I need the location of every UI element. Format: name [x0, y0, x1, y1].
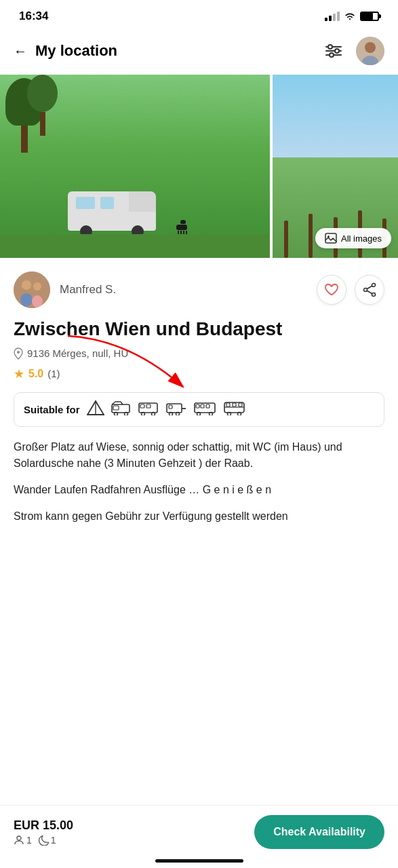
svg-point-4	[335, 49, 339, 53]
tent-icon	[87, 400, 104, 419]
description-3: Strom kann gegen Gebühr zur Verfügung ge…	[14, 508, 384, 525]
svg-point-39	[169, 412, 172, 415]
svg-point-26	[114, 412, 117, 415]
bus-icon	[224, 400, 245, 419]
back-button[interactable]: ←	[14, 43, 27, 59]
rating-row: ★ 5.0 (1)	[14, 366, 384, 381]
guest-count: 1	[14, 835, 32, 846]
listing-content: Manfred S. Zwischen Wien und Budapest	[0, 271, 398, 603]
location-pin-icon	[14, 347, 23, 360]
price-amount: EUR 15.00	[14, 818, 73, 833]
nav-title: My location	[35, 42, 117, 60]
suitable-for-row: Suitable for	[14, 392, 384, 427]
svg-rect-50	[233, 403, 236, 407]
svg-point-15	[32, 295, 43, 307]
svg-point-35	[151, 412, 155, 415]
svg-line-19	[367, 286, 372, 289]
check-availability-button[interactable]: Check Availability	[254, 815, 384, 849]
favorite-button[interactable]	[317, 275, 346, 305]
location-text: 9136 Mérges, null, HU	[27, 347, 128, 359]
svg-rect-33	[146, 404, 151, 408]
svg-line-20	[367, 290, 372, 294]
heart-icon	[324, 283, 339, 297]
gallery-side-image[interactable]: All images	[273, 75, 398, 258]
svg-point-53	[237, 412, 241, 415]
host-row: Manfred S.	[14, 271, 384, 308]
large-rv-icon	[194, 400, 217, 419]
host-avatar-image	[14, 271, 50, 308]
guest-number: 1	[26, 835, 32, 846]
listing-title: Zwischen Wien und Budapest	[14, 318, 384, 341]
all-images-label: All images	[341, 233, 382, 244]
description-1: Großer Platz auf Wiese, sonnig oder scha…	[14, 439, 384, 473]
share-icon	[362, 282, 377, 297]
status-bar: 16:34	[0, 0, 398, 30]
all-images-button[interactable]: All images	[315, 228, 391, 248]
svg-point-46	[209, 412, 212, 415]
price-section: EUR 15.00 1 1	[14, 818, 73, 846]
nav-bar: ← My location	[0, 30, 398, 75]
filter-icon	[325, 44, 342, 58]
home-indicator	[155, 859, 243, 863]
image-gallery: All images	[0, 75, 398, 258]
svg-rect-49	[226, 403, 230, 407]
svg-point-5	[330, 53, 334, 57]
svg-point-13	[20, 293, 33, 307]
share-button[interactable]	[355, 275, 384, 305]
svg-rect-42	[196, 404, 199, 408]
user-avatar[interactable]	[356, 37, 384, 65]
caravan-icon	[165, 400, 187, 419]
price-value: 15.00	[43, 818, 73, 832]
night-count: 1	[39, 835, 56, 846]
svg-point-7	[365, 42, 376, 53]
van-icon-1	[111, 400, 132, 419]
svg-point-27	[124, 412, 127, 415]
moon-icon	[39, 835, 49, 846]
signal-icon	[325, 12, 340, 21]
svg-point-52	[227, 412, 231, 415]
svg-point-14	[33, 282, 41, 290]
filter-button[interactable]	[321, 38, 346, 64]
nav-left: ← My location	[14, 42, 117, 60]
svg-rect-51	[239, 403, 242, 407]
rating-count: (1)	[47, 368, 60, 379]
svg-point-21	[17, 351, 20, 354]
nav-right	[321, 37, 384, 65]
motorhome-icon	[138, 400, 159, 419]
location-row: 9136 Mérges, null, HU	[14, 347, 384, 360]
gallery-main-image[interactable]	[0, 75, 270, 258]
svg-point-12	[22, 280, 31, 290]
svg-point-40	[176, 412, 179, 415]
images-icon	[325, 233, 337, 244]
svg-rect-25	[113, 406, 119, 410]
svg-rect-43	[201, 404, 204, 408]
star-icon: ★	[14, 366, 24, 381]
svg-rect-32	[140, 404, 144, 408]
avatar-icon	[356, 37, 384, 65]
host-name: Manfred S.	[60, 283, 116, 297]
svg-rect-44	[206, 404, 210, 408]
price-currency: EUR	[14, 818, 43, 832]
svg-point-18	[372, 293, 376, 297]
suitable-icons	[87, 400, 245, 419]
description-2: Wander Laufen Radfahren Ausflüge … G e n…	[14, 482, 384, 499]
svg-rect-37	[169, 405, 172, 409]
status-time: 16:34	[19, 10, 48, 23]
svg-point-34	[141, 412, 144, 415]
suitable-for-label: Suitable for	[24, 404, 80, 415]
host-avatar[interactable]	[14, 271, 50, 308]
svg-point-54	[17, 836, 21, 840]
svg-point-3	[328, 45, 332, 49]
wifi-icon	[344, 12, 356, 21]
svg-point-45	[197, 412, 200, 415]
price-details: 1 1	[14, 835, 73, 846]
host-actions	[317, 275, 384, 305]
person-icon	[14, 835, 24, 846]
svg-point-17	[364, 288, 367, 292]
host-info: Manfred S.	[14, 271, 116, 308]
battery-icon	[360, 12, 379, 21]
status-icons	[325, 12, 379, 21]
night-number: 1	[51, 835, 56, 846]
svg-point-16	[372, 284, 376, 287]
rating-number: 5.0	[28, 368, 43, 380]
